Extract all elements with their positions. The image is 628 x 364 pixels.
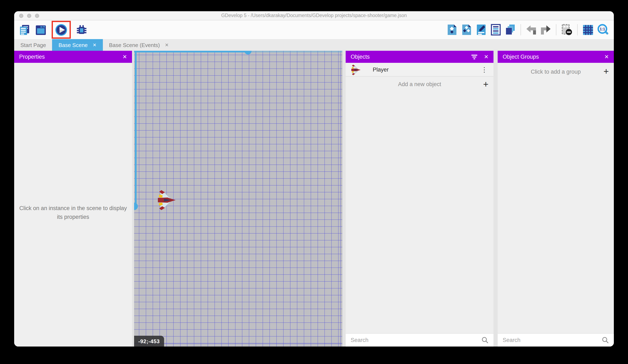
play-button-highlight-box [52,21,71,39]
add-new-object-label: Add a new object [346,81,493,87]
objects-search-bar [346,333,493,347]
zoom-ratio-label: 1:1 [600,27,605,31]
search-icon [481,337,488,344]
toolbar-separator [556,24,556,35]
properties-panel-title: Properties [19,54,117,60]
search-icon [602,337,609,344]
scene-canvas[interactable]: -92;-453 [134,51,342,347]
close-icon[interactable]: ✕ [604,54,609,60]
objects-panel-title: Objects [351,54,465,60]
zoom-window-button[interactable] [35,14,39,18]
object-overflow-menu-icon[interactable]: ⋮ [479,63,489,76]
screen-background: GDevelop 5 - /Users/dkarakay/Documents/G… [0,0,628,364]
add-new-object-row[interactable]: Add a new object + [346,76,493,92]
add-group-row[interactable]: Click to add a group + [498,63,614,80]
play-icon[interactable] [55,23,68,36]
vertical-scroll-fill [135,51,137,206]
object-groups-panel-header: Object Groups ✕ [498,51,614,63]
filter-icon[interactable] [471,54,478,60]
add-group-label: Click to add a group [498,68,614,75]
tab-base-scene-events[interactable]: Base Scene (Events) ✕ [103,39,175,51]
tab-start-page[interactable]: Start Page [14,39,52,51]
groups-search-input[interactable] [503,337,598,343]
window-icon[interactable] [35,23,47,36]
gdevelop-window: GDevelop 5 - /Users/dkarakay/Documents/G… [14,11,614,347]
close-tab-icon[interactable]: ✕ [165,42,169,48]
main-toolbar: 1:1 [14,20,614,39]
close-icon[interactable]: ✕ [122,54,127,60]
add-group-plus-icon[interactable]: + [603,63,609,80]
object-groups-editor-icon[interactable] [461,24,472,36]
minimize-window-button[interactable] [27,14,31,18]
object-row-player[interactable]: Player ⋮ [346,63,493,76]
properties-panel-header: Properties ✕ [14,51,132,63]
undo-icon[interactable] [526,24,537,35]
close-icon[interactable]: ✕ [484,54,488,60]
tab-label: Start Page [20,42,46,48]
redo-icon[interactable] [540,24,551,35]
project-manager-icon[interactable] [18,23,31,36]
player-object-thumbnail [351,64,361,75]
horizontal-scroll-fill [134,51,248,53]
zoom-1-1-icon[interactable]: 1:1 [597,24,609,36]
player-instance[interactable] [157,190,177,210]
objects-editor-icon[interactable] [446,24,458,36]
object-groups-panel: Object Groups ✕ Click to add a group + [498,51,614,347]
tab-base-scene[interactable]: Base Scene ✕ [52,39,103,51]
groups-search-bar [498,333,614,347]
close-tab-icon[interactable]: ✕ [93,42,96,48]
instances-list-icon[interactable] [490,24,501,36]
add-object-plus-icon[interactable]: + [483,76,488,92]
properties-empty-message: Click on an instance in the scene to dis… [18,204,128,221]
cursor-coordinates: -92;-453 [134,336,164,347]
objects-panel: Objects ✕ [346,51,493,347]
tab-label: Base Scene (Events) [109,42,160,48]
properties-icon[interactable] [475,24,487,36]
debug-icon[interactable] [75,23,88,36]
toolbar-separator [521,24,521,35]
close-window-button[interactable] [19,14,23,18]
window-title: GDevelop 5 - /Users/dkarakay/Documents/G… [14,11,614,20]
properties-panel: Properties ✕ Click on an instance in the… [14,51,132,347]
objects-panel-header: Objects ✕ [346,51,493,63]
toggle-grid-icon[interactable] [582,24,594,36]
objects-search-input[interactable] [351,337,478,343]
object-name: Player [373,66,389,73]
traffic-lights [19,14,39,18]
toolbar-separator [577,24,578,35]
editor-tabs: Start Page Base Scene ✕ Base Scene (Even… [14,39,614,51]
editor-content: Properties ✕ Click on an instance in the… [14,51,614,347]
tab-label: Base Scene [59,42,88,48]
title-bar: GDevelop 5 - /Users/dkarakay/Documents/G… [14,11,614,20]
deselect-instances-icon[interactable] [561,24,573,36]
object-groups-panel-title: Object Groups [503,54,598,60]
layers-icon[interactable] [505,24,516,36]
